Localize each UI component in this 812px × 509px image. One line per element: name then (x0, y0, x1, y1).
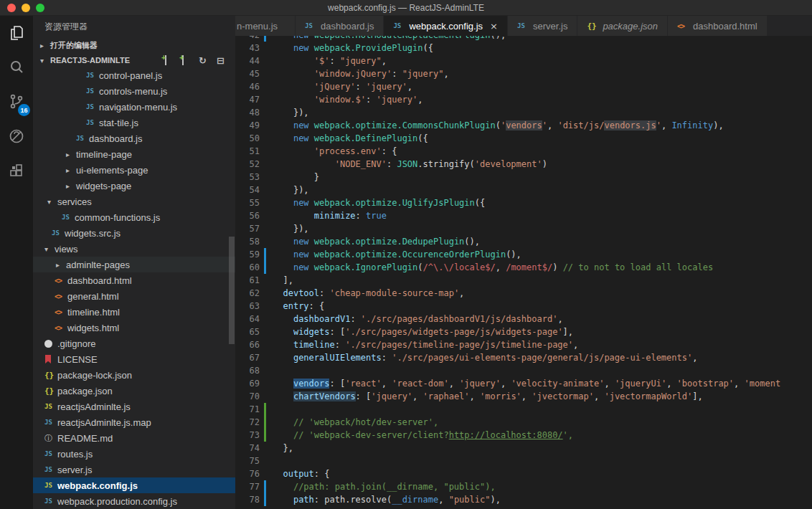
code-line-42[interactable]: 42 new webpack.HotModuleReplacementPlugi… (235, 36, 812, 42)
project-section-header[interactable]: ▾ REACTJS-ADMINLTE + + ↻ ⊟ (33, 53, 235, 67)
tab-dashboard.html[interactable]: <>dashboard.html (668, 16, 768, 36)
tree-item-README.md[interactable]: ⓘREADME.md (33, 430, 235, 446)
git-gutter (264, 287, 266, 300)
tree-item-stat-tile.js[interactable]: JSstat-tile.js (33, 115, 235, 130)
code-line-50[interactable]: 50 new webpack.DefinePlugin({ (235, 132, 812, 145)
sidebar-item-extensions[interactable] (0, 153, 33, 188)
tree-item-services[interactable]: ▾services (33, 194, 235, 209)
tree-item-control-panel.js[interactable]: JScontrol-panel.js (33, 67, 235, 83)
tree-item-views[interactable]: ▾views (33, 241, 235, 257)
open-editors-section-header[interactable]: ▸ 打开的编辑器 (33, 37, 235, 53)
tree-item-package-lock.json[interactable]: {}package-lock.json (33, 367, 235, 383)
code-text: entry: { (273, 300, 324, 313)
code-line-54[interactable]: 54 }), (235, 184, 812, 196)
code-line-43[interactable]: 43 new webpack.ProvidePlugin({ (235, 42, 812, 54)
tree-item-ui-elements-page[interactable]: ▸ui-elements-page (33, 162, 235, 178)
tree-item-reactjsAdminlte.js[interactable]: JSreactjsAdminlte.js (33, 399, 235, 414)
tree-item-routes.js[interactable]: JSroutes.js (33, 446, 235, 462)
code-editor[interactable]: 42 new webpack.HotModuleReplacementPlugi… (235, 36, 812, 509)
code-line-71[interactable]: 71 (235, 403, 812, 416)
code-line-57[interactable]: 57 }), (235, 222, 812, 235)
new-file-icon[interactable]: + (163, 56, 173, 65)
tree-item-.gitignore[interactable]: .gitignore (33, 336, 235, 351)
tree-item-LICENSE[interactable]: LICENSE (33, 351, 235, 367)
line-number: 47 (235, 93, 260, 106)
code-line-66[interactable]: 66 timeline: './src/pages/timeline-page/… (235, 338, 812, 351)
tree-item-package.json[interactable]: {}package.json (33, 383, 235, 399)
sidebar-item-explorer[interactable] (0, 16, 33, 50)
code-line-56[interactable]: 56 minimize: true (235, 209, 812, 222)
collapse-all-icon[interactable]: ⊟ (217, 56, 227, 65)
code-line-58[interactable]: 58 new webpack.optimize.DedupePlugin(), (235, 235, 812, 248)
tree-item-server.js[interactable]: JSserver.js (33, 462, 235, 477)
code-line-68[interactable]: 68 (235, 364, 812, 377)
tab-webpack.config.js[interactable]: JSwebpack.config.js× (384, 16, 508, 36)
code-line-44[interactable]: 44 '$': "jquery", (235, 54, 812, 67)
code-line-49[interactable]: 49 new webpack.optimize.CommonsChunkPlug… (235, 119, 812, 132)
code-line-73[interactable]: 73 // 'webpack-dev-server/client?http://… (235, 429, 812, 442)
sidebar-item-source-control[interactable]: 16 (0, 85, 33, 119)
tab-server.js[interactable]: JSserver.js (508, 16, 577, 36)
tree-item-widgets-page[interactable]: ▸widgets-page (33, 178, 235, 194)
code-line-52[interactable]: 52 'NODE_ENV': JSON.stringify('developme… (235, 158, 812, 171)
tab-package.json[interactable]: {}package.json (577, 16, 668, 36)
code-line-62[interactable]: 62 devtool: 'cheap-module-source-map', (235, 287, 812, 300)
tree-item-adminlte-pages[interactable]: ▸adminlte-pages (33, 257, 235, 272)
code-line-48[interactable]: 48 }), (235, 106, 812, 119)
code-line-55[interactable]: 55 new webpack.optimize.UglifyJsPlugin({ (235, 196, 812, 209)
code-line-64[interactable]: 64 dashboardV1: './src/pages/dashboardV1… (235, 313, 812, 325)
tab-n-menu.js[interactable]: n-menu.js (235, 16, 296, 36)
code-line-45[interactable]: 45 'window.jQuery': "jquery", (235, 67, 812, 80)
tree-item-label: general.html (67, 291, 119, 302)
tree-item-dashboard.html[interactable]: <>dashboard.html (33, 272, 235, 288)
js-file-icon: JS (44, 466, 57, 473)
code-line-61[interactable]: 61 ], (235, 274, 812, 287)
js-file-icon: JS (517, 22, 529, 29)
code-line-75[interactable]: 75 (235, 455, 812, 467)
code-line-65[interactable]: 65 widgets: ['./src/pages/widgets-page/j… (235, 325, 812, 338)
code-line-63[interactable]: 63 entry: { (235, 300, 812, 313)
tree-item-dashboard.js[interactable]: JSdashboard.js (33, 130, 235, 146)
tree-item-timeline.html[interactable]: <>timeline.html (33, 304, 235, 320)
tree-item-common-functions.js[interactable]: JScommon-functions.js (33, 209, 235, 225)
new-folder-icon[interactable]: + (181, 56, 191, 65)
code-line-77[interactable]: 77 //path: path.join(__dirname, "public"… (235, 480, 812, 493)
code-line-51[interactable]: 51 'process.env': { (235, 145, 812, 158)
code-line-74[interactable]: 74 }, (235, 442, 812, 455)
refresh-icon[interactable]: ↻ (199, 56, 209, 65)
line-number: 75 (235, 455, 260, 467)
tree-item-webpack.production.config.js[interactable]: JSwebpack.production.config.js (33, 493, 235, 509)
tab-label: webpack.config.js (409, 21, 483, 32)
tree-item-controls-menu.js[interactable]: JScontrols-menu.js (33, 83, 235, 99)
code-line-47[interactable]: 47 'window.$': 'jquery', (235, 93, 812, 106)
code-text: widgets: ['./src/pages/widgets-page/js/w… (273, 325, 573, 338)
sidebar-item-debug[interactable] (0, 119, 33, 153)
tree-item-label: dashboard.html (67, 275, 132, 286)
code-text: }), (273, 222, 309, 235)
tree-item-widgets.html[interactable]: <>widgets.html (33, 320, 235, 336)
code-line-72[interactable]: 72 // 'webpack/hot/dev-server', (235, 416, 812, 429)
git-gutter (264, 222, 266, 235)
html-file-icon: <> (55, 292, 67, 300)
tree-item-timeline-page[interactable]: ▸timeline-page (33, 146, 235, 162)
code-line-78[interactable]: 78 path: path.resolve(__dirname, "public… (235, 493, 812, 506)
tree-item-widgets.src.js[interactable]: JSwidgets.src.js (33, 225, 235, 241)
tree-item-navigation-menu.js[interactable]: JSnavigation-menu.js (33, 99, 235, 115)
code-line-59[interactable]: 59 new webpack.optimize.OccurenceOrderPl… (235, 248, 812, 261)
close-tab-icon[interactable]: × (490, 21, 498, 32)
code-line-53[interactable]: 53 } (235, 171, 812, 184)
code-line-76[interactable]: 76 output: { (235, 467, 812, 480)
sidebar-scrollbar[interactable] (229, 237, 235, 344)
sidebar-item-search[interactable] (0, 50, 33, 85)
code-line-46[interactable]: 46 'jQuery': 'jquery', (235, 80, 812, 93)
code-line-70[interactable]: 70 chartVendors: ['jquery', 'raphael', '… (235, 390, 812, 403)
code-line-67[interactable]: 67 generalUIElements: './src/pages/ui-el… (235, 351, 812, 364)
tree-item-general.html[interactable]: <>general.html (33, 288, 235, 304)
chevron-right-icon: ▸ (40, 42, 50, 49)
code-line-60[interactable]: 60 new webpack.IgnorePlugin(/^\.\/locale… (235, 261, 812, 274)
tab-dashboard.js[interactable]: JSdashboard.js (296, 16, 384, 36)
code-text: ], (273, 274, 293, 287)
tree-item-reactjsAdminlte.js.map[interactable]: JSreactjsAdminlte.js.map (33, 414, 235, 430)
tree-item-webpack.config.js[interactable]: JSwebpack.config.js (33, 477, 235, 493)
code-line-69[interactable]: 69 vendors: ['react', 'react-dom', 'jque… (235, 377, 812, 390)
